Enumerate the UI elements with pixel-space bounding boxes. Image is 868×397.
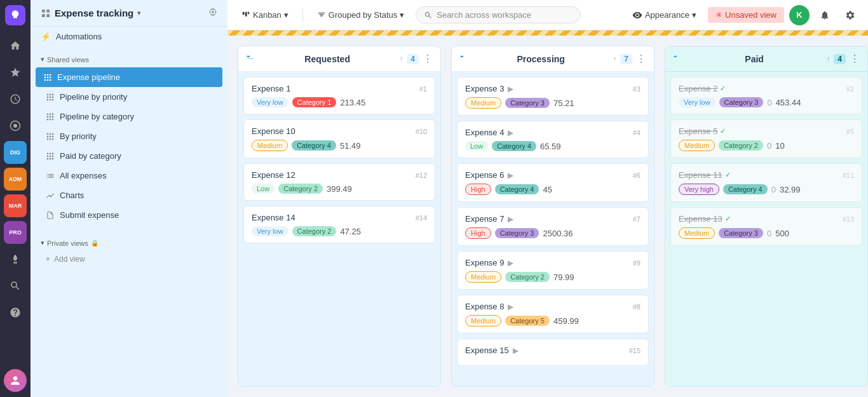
private-views-header[interactable]: ▾ Private views 🔒 xyxy=(31,235,227,251)
category-tag: Category 2 xyxy=(292,226,337,236)
category-tag: Category 3 xyxy=(719,228,763,238)
card-amount: 45 xyxy=(543,185,552,194)
nav-home-icon[interactable] xyxy=(4,34,27,57)
card-amount: 500 xyxy=(775,229,789,238)
card-expense-14[interactable]: Expense 14 #14 Very low Category 2 47.25 xyxy=(243,206,435,243)
svg-rect-37 xyxy=(47,135,48,137)
search-icon xyxy=(424,11,433,20)
card-id-expense-6: #6 xyxy=(633,172,641,179)
col-icon-paid xyxy=(673,55,682,64)
card-title-expense-11: Expense 11 ✓ xyxy=(679,170,731,180)
svg-rect-21 xyxy=(52,96,53,97)
workspace-dig-badge[interactable]: DIG xyxy=(4,141,27,164)
svg-rect-13 xyxy=(44,79,46,80)
card-expense-6[interactable]: Expense 6 ▶ #6 High Category 4 45 xyxy=(457,163,649,202)
play-icon: ▶ xyxy=(513,346,519,355)
sidebar-item-by-priority[interactable]: By priority xyxy=(31,126,227,146)
card-expense-3[interactable]: Expense 3 ▶ #3 Medium Category 3 75.21 xyxy=(457,77,649,116)
card-expense-7[interactable]: Expense 7 ▶ #7 High Category 3 2500.36 xyxy=(457,207,649,246)
appearance-btn[interactable]: Appearance ▾ xyxy=(626,7,703,24)
priority-tag: Medium xyxy=(679,140,715,151)
svg-rect-17 xyxy=(50,93,51,95)
svg-rect-33 xyxy=(52,118,53,119)
svg-point-1 xyxy=(13,124,17,128)
card-expense-12[interactable]: Expense 12 #12 Low Category 2 399.49 xyxy=(243,163,435,201)
card-id-expense-10: #10 xyxy=(416,128,427,135)
notifications-btn[interactable] xyxy=(815,5,835,25)
svg-rect-18 xyxy=(52,93,53,95)
sidebar-settings-icon[interactable] xyxy=(208,8,217,18)
appearance-arrow-icon: ▾ xyxy=(692,10,696,20)
svg-rect-16 xyxy=(47,93,48,95)
card-expense-9[interactable]: Expense 9 ▶ #9 Medium Category 2 79.99 xyxy=(457,251,649,290)
nav-help-icon[interactable] xyxy=(4,301,27,324)
card-expense-1[interactable]: Expense 1 #1 Very low Category 1 213.45 xyxy=(243,77,435,114)
workspace-mar-badge[interactable]: MAR xyxy=(4,194,27,217)
card-expense-13[interactable]: Expense 13 ✓ #13 Medium Category 3 0 500 xyxy=(670,207,862,246)
sidebar-item-pipeline-priority[interactable]: Pipeline by priority xyxy=(31,87,227,107)
shared-views-header[interactable]: ▾ Shared views xyxy=(31,51,227,67)
add-view-btn[interactable]: + Add view xyxy=(31,251,227,267)
card-expense-11[interactable]: Expense 11 ✓ #11 Very high Category 4 0 … xyxy=(670,163,862,202)
svg-rect-57 xyxy=(461,55,463,57)
sort-icon-requested: ↑ xyxy=(400,55,403,62)
svg-rect-32 xyxy=(50,118,51,119)
category-tag: Category 4 xyxy=(723,184,768,194)
card-amount: 10 xyxy=(775,141,784,151)
card-expense-10[interactable]: Expense 10 #10 Medium Category 4 51.49 xyxy=(243,119,435,158)
bell-icon xyxy=(820,10,830,20)
card-amount: 47.25 xyxy=(340,227,361,236)
nav-chart-icon[interactable] xyxy=(4,114,27,137)
check-icon: ✓ xyxy=(720,84,726,93)
priority-tag: Very high xyxy=(679,184,719,195)
search-box[interactable]: Search across workspace xyxy=(416,6,581,24)
card-expense-5[interactable]: Expense 5 ✓ #5 Medium Category 2 0 10 xyxy=(670,119,862,158)
column-processing: Processing ↑ 7 ⋮ Expense 3 ▶ #3 Medium C… xyxy=(451,46,654,387)
sidebar-item-submit-expense[interactable]: Submit expense xyxy=(31,205,227,225)
grid-icon-2 xyxy=(46,93,55,102)
nav-clock-icon[interactable] xyxy=(4,88,27,111)
col-body-processing: Expense 3 ▶ #3 Medium Category 3 75.21 E… xyxy=(452,72,654,386)
workspace-adm-badge[interactable]: ADM xyxy=(4,168,27,191)
sidebar-item-expense-pipeline[interactable]: Expense pipeline xyxy=(36,67,222,87)
col-menu-paid[interactable]: ⋮ xyxy=(850,53,860,65)
category-tag: Category 4 xyxy=(495,184,539,194)
user-avatar[interactable] xyxy=(4,369,27,392)
card-amount-prefix: 0 xyxy=(767,141,771,151)
nav-star-icon[interactable] xyxy=(4,61,27,84)
card-amount: 2500.36 xyxy=(543,229,573,238)
priority-tag: Very low xyxy=(252,226,288,236)
col-menu-requested[interactable]: ⋮ xyxy=(423,53,433,65)
col-menu-processing[interactable]: ⋮ xyxy=(636,53,646,65)
check-icon: ✓ xyxy=(720,127,726,135)
card-expense-8[interactable]: Expense 8 ▶ #8 Medium Category 5 459.99 xyxy=(457,295,649,333)
card-expense-2[interactable]: Expense 2 ✓ #2 Very low Category 3 0 453… xyxy=(670,77,862,114)
app-logo[interactable] xyxy=(5,5,25,25)
user-avatar-k[interactable]: K xyxy=(789,5,810,25)
sidebar-item-charts[interactable]: Charts xyxy=(31,185,227,205)
card-expense-15[interactable]: Expense 15 ▶ #15 xyxy=(457,339,649,366)
col-header-requested: Requested ↑ 4 ⋮ xyxy=(238,46,440,72)
column-paid: Paid ↑ 4 ⋮ Expense 2 ✓ #2 Very lo xyxy=(665,46,868,387)
check-icon: ✓ xyxy=(725,171,731,179)
card-id-expense-14: #14 xyxy=(416,214,427,222)
sidebar-item-paid-category[interactable]: Paid by category xyxy=(31,146,227,166)
col-title-requested: Requested xyxy=(259,54,396,64)
workspace-pro-badge[interactable]: PRO xyxy=(4,221,27,244)
nav-search-icon[interactable] xyxy=(4,274,27,297)
nav-rocket-icon[interactable] xyxy=(4,248,27,271)
card-expense-4[interactable]: Expense 4 ▶ #4 Low Category 4 65.59 xyxy=(457,121,649,158)
unsaved-view-btn[interactable]: ✳ Unsaved view xyxy=(708,7,784,23)
card-title-expense-2: Expense 2 ✓ xyxy=(679,84,726,93)
svg-rect-38 xyxy=(50,135,51,137)
settings-btn[interactable] xyxy=(840,5,860,25)
card-id-expense-11: #11 xyxy=(843,172,854,179)
grouped-btn[interactable]: Grouped by Status ▾ xyxy=(311,7,410,23)
kanban-btn[interactable]: Kanban ▾ xyxy=(235,7,295,23)
svg-rect-11 xyxy=(47,76,48,77)
sidebar-item-all-expenses[interactable]: All expenses xyxy=(31,166,227,185)
automations-item[interactable]: ⚡ Automations xyxy=(31,27,227,46)
sidebar-item-pipeline-category[interactable]: Pipeline by category xyxy=(31,107,227,126)
sidebar-title[interactable]: Expense tracking ▾ xyxy=(41,8,140,18)
category-tag: Category 2 xyxy=(505,272,550,282)
